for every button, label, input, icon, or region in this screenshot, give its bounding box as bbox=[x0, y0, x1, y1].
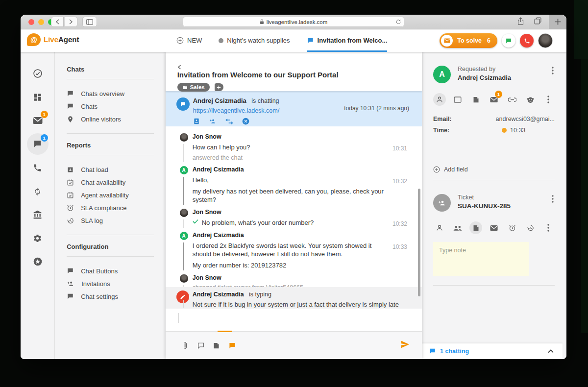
ticket-history-button[interactable] bbox=[524, 221, 537, 234]
mailchimp-icon[interactable] bbox=[524, 93, 537, 106]
menu-item-chat-load[interactable]: Chat load bbox=[67, 163, 154, 176]
to-solve-button[interactable]: To solve 6 bbox=[440, 33, 497, 48]
back-button[interactable] bbox=[177, 65, 410, 70]
menu-item-chats[interactable]: Chats bbox=[67, 100, 154, 113]
send-button[interactable] bbox=[401, 340, 410, 348]
transfer-chat-button[interactable] bbox=[225, 119, 233, 124]
active-tool-indicator bbox=[218, 331, 232, 332]
chat-message-list[interactable]: Jon Snow How can I help you? answered th… bbox=[166, 126, 422, 287]
message-author: Jon Snow bbox=[193, 274, 388, 281]
collapse-chevron-icon[interactable] bbox=[548, 349, 554, 353]
person-add-icon bbox=[67, 280, 74, 287]
menu-item-sla-log[interactable]: SLA log bbox=[67, 214, 154, 227]
paperclip-icon bbox=[182, 341, 188, 350]
browser-back-button[interactable] bbox=[51, 17, 64, 27]
rail-item-chats[interactable]: 1 bbox=[32, 138, 44, 150]
bank-icon bbox=[33, 210, 42, 219]
menu-item-invitations[interactable]: Invitations bbox=[67, 277, 154, 290]
jon-snow-avatar bbox=[180, 133, 188, 142]
close-window-button[interactable] bbox=[28, 19, 34, 25]
ticket-emails-button[interactable] bbox=[488, 221, 500, 234]
add-tag-button[interactable] bbox=[215, 83, 223, 91]
comment-mode-button[interactable] bbox=[196, 340, 206, 350]
show-tabs-button[interactable] bbox=[534, 17, 542, 25]
more-actions-button[interactable] bbox=[542, 221, 555, 234]
invite-agent-button[interactable] bbox=[209, 118, 217, 124]
plus-icon bbox=[217, 85, 221, 90]
browser-sidebar-toggle[interactable] bbox=[82, 17, 97, 27]
emails-button[interactable]: 1 bbox=[488, 93, 500, 106]
rail-item-upgrade[interactable] bbox=[32, 256, 44, 267]
note-mode-button[interactable] bbox=[212, 340, 221, 350]
star-circle-icon bbox=[33, 257, 43, 266]
rail-item-customers[interactable] bbox=[32, 209, 44, 220]
more-actions-button[interactable] bbox=[542, 93, 555, 106]
rail-item-calls[interactable] bbox=[32, 162, 44, 173]
start-chat-button[interactable] bbox=[502, 34, 515, 48]
url-bar[interactable]: liveagentlive.ladesk.com bbox=[183, 17, 404, 27]
lock-icon bbox=[260, 19, 264, 24]
chat-message: Jon Snow changed ticket owner from Visit… bbox=[166, 274, 422, 287]
contact-details-button[interactable] bbox=[433, 93, 446, 106]
ticket-sla-button[interactable] bbox=[506, 221, 518, 234]
dashboard-icon bbox=[33, 93, 42, 102]
chat-icon bbox=[429, 348, 436, 355]
ticket-title: Invitation from Welcome to our Support P… bbox=[177, 71, 410, 79]
tab-nights-watch-supplies[interactable]: Night's watch supplies bbox=[219, 29, 290, 52]
menu-item-chat-settings[interactable]: Chat settings bbox=[67, 290, 154, 303]
history-icon bbox=[67, 217, 74, 224]
agent-avatar[interactable] bbox=[538, 33, 553, 48]
attach-file-button[interactable] bbox=[180, 340, 190, 350]
desktop-background bbox=[574, 0, 588, 59]
history-icon bbox=[527, 224, 534, 232]
menu-item-sla-compliance[interactable]: SLA compliance bbox=[67, 201, 154, 214]
message-time: 10:31 bbox=[392, 145, 407, 152]
tab-new[interactable]: NEW bbox=[176, 29, 202, 52]
ticket-contact-button[interactable] bbox=[433, 221, 446, 234]
share-button[interactable] bbox=[517, 17, 524, 25]
kebab-menu-button[interactable] bbox=[552, 67, 554, 74]
menu-item-chats-overview[interactable]: Chats overview bbox=[67, 87, 154, 100]
message-time: 10:32 bbox=[392, 178, 407, 185]
ticket-participants-button[interactable] bbox=[451, 221, 464, 234]
menu-item-chat-availability[interactable]: Chat availability bbox=[67, 176, 154, 189]
menu-item-agent-availability[interactable]: Agent availability bbox=[67, 189, 154, 201]
tab-invitation-active[interactable]: Invitation from Welco... bbox=[307, 29, 388, 52]
kebab-menu-button[interactable] bbox=[552, 195, 554, 203]
rail-item-settings[interactable] bbox=[32, 232, 44, 244]
chat-icon bbox=[67, 293, 74, 300]
contact-card-button[interactable] bbox=[193, 118, 200, 125]
related-links-button[interactable] bbox=[506, 93, 518, 106]
time-label: Time: bbox=[433, 127, 471, 134]
timezone-dot-icon bbox=[502, 128, 507, 133]
liveagent-logo[interactable]: @ LiveAgent bbox=[27, 33, 79, 46]
stop-chat-button[interactable] bbox=[242, 118, 249, 125]
rail-item-tickets-solved[interactable] bbox=[32, 68, 44, 79]
department-tag-label: Sales bbox=[190, 84, 205, 90]
rail-item-dashboard[interactable] bbox=[32, 91, 44, 103]
link-icon bbox=[508, 97, 516, 102]
ticket-notes-button[interactable] bbox=[469, 221, 482, 234]
chatting-footer[interactable]: 1 chatting bbox=[422, 343, 563, 359]
menu-item-online-visitors[interactable]: Online visitors bbox=[67, 113, 154, 125]
chat-reply-mode-button[interactable] bbox=[227, 340, 237, 350]
jon-snow-avatar bbox=[180, 274, 188, 283]
envelope-icon bbox=[33, 117, 43, 124]
kebab-icon bbox=[552, 67, 554, 74]
ticket-note-input[interactable] bbox=[433, 242, 529, 276]
phone-button[interactable] bbox=[520, 34, 534, 48]
chat-scrollbar[interactable] bbox=[418, 189, 420, 296]
rail-item-automation[interactable] bbox=[32, 185, 44, 197]
new-tab-button[interactable] bbox=[549, 15, 566, 29]
menu-item-chat-buttons[interactable]: Chat Buttons bbox=[67, 265, 154, 277]
minimize-window-button[interactable] bbox=[38, 19, 44, 25]
menu-item-label: Chat Buttons bbox=[81, 267, 118, 275]
rail-item-mail[interactable]: 1 bbox=[32, 115, 44, 126]
reply-input[interactable] bbox=[166, 309, 422, 331]
department-tag[interactable]: Sales bbox=[177, 83, 210, 92]
company-card-button[interactable] bbox=[451, 93, 464, 106]
add-field-button[interactable]: Add field bbox=[433, 166, 555, 173]
reload-button[interactable] bbox=[395, 19, 401, 25]
tickets-button[interactable] bbox=[469, 93, 482, 106]
browser-forward-button[interactable] bbox=[65, 17, 77, 27]
